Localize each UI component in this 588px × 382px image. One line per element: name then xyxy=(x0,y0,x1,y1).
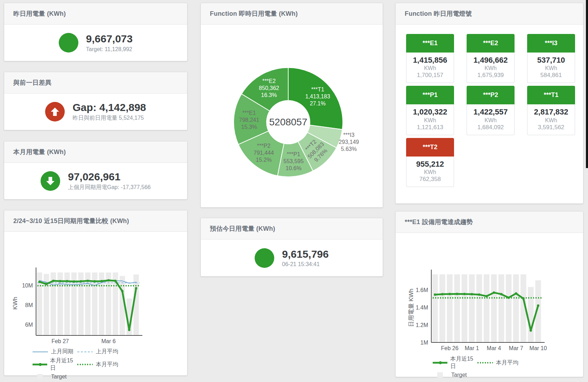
tile-value: 537,710 xyxy=(527,56,575,65)
data-point xyxy=(537,304,539,307)
chart-text: 10M xyxy=(22,283,33,289)
tile-body: 1,020,322KWh1,121,613 xyxy=(406,104,454,135)
card-header: ***E1 設備用電達成趨勢 xyxy=(396,211,583,233)
stat-text: 9,667,073 Target: 11,128,992 xyxy=(86,33,133,53)
data-point xyxy=(73,280,75,283)
stat-text: Gap: 4,142,898 昨日與前日用電量 5,524,175 xyxy=(72,102,146,122)
scrollbar-thumb[interactable] xyxy=(586,0,588,168)
legend-item[interactable]: 本月平均 xyxy=(77,361,118,368)
legend-item[interactable]: 上月平均 xyxy=(77,348,118,355)
tile-value: 1,020,322 xyxy=(406,107,454,117)
tile-unit: KWh xyxy=(527,65,575,71)
tile-label: ***E1 xyxy=(406,34,454,53)
legend-item[interactable]: 本月近15日 xyxy=(432,355,477,370)
data-point xyxy=(500,293,503,296)
chart-text: 6M xyxy=(25,322,33,328)
function-tile: ***I3537,710KWh584,861 xyxy=(527,34,575,83)
chart-body: 6M8M10MFeb 27Mar 6KWh 上月同期上月平均本月近15日本月平均… xyxy=(4,232,187,375)
chart-text: 1.6M xyxy=(416,287,428,293)
legend-item[interactable]: 上月同期 xyxy=(32,348,77,355)
tile-unit: KWh xyxy=(406,65,454,71)
target-swatch xyxy=(32,374,48,380)
data-point xyxy=(107,279,110,282)
data-point xyxy=(515,292,517,295)
tile-target: 1,684,092 xyxy=(467,124,514,131)
chart-text: Feb 27 xyxy=(51,338,69,344)
data-point xyxy=(463,293,466,295)
status-indicator-icon xyxy=(59,33,78,53)
data-point xyxy=(59,280,62,282)
chart-text: Mar 7 xyxy=(509,345,523,351)
e1-trend-line-chart: 1M1.2M1.4M1.6MFeb 26Mar 1Mar 4Mar 7Mar 1… xyxy=(396,233,583,352)
tile-body: 1,415,856KWh1,700,157 xyxy=(406,53,454,83)
target-bar xyxy=(513,275,519,342)
tile-body: 955,212KWh762,358 xyxy=(406,157,454,187)
status-indicator-icon xyxy=(41,171,60,191)
legend-item[interactable]: Target xyxy=(432,372,477,378)
tiles-body: ***E11,415,856KWh1,700,157***E21,496,662… xyxy=(396,25,583,203)
data-point xyxy=(87,280,89,282)
data-point xyxy=(486,295,488,298)
target-bar xyxy=(462,275,467,342)
chart-text: 8M xyxy=(25,302,33,308)
target-bar xyxy=(432,275,438,342)
card-title: 昨日用電量 (KWh) xyxy=(13,9,66,18)
data-point xyxy=(38,280,41,283)
data-point xyxy=(456,293,458,295)
stat-value: 9,667,073 xyxy=(86,33,133,45)
stat-subtitle: Target: 11,128,992 xyxy=(86,46,133,53)
chart-text: 5208057 xyxy=(269,117,307,127)
tile-value: 1,422,557 xyxy=(467,107,514,117)
function-tile: ***T2955,212KWh762,358 xyxy=(406,138,454,187)
legend-label: Target xyxy=(51,374,66,380)
stat-body: Gap: 4,142,898 昨日與前日用電量 5,524,175 xyxy=(4,93,187,130)
card-header: Function 昨日用電燈號 xyxy=(396,3,583,25)
data-point xyxy=(470,293,473,296)
card-title: 2/24~3/10 近15日同期用電量比較 (KWh) xyxy=(13,217,129,225)
chart-body: ***T11,413,18327.1%***I3293,1495.63%***T… xyxy=(201,25,383,207)
tile-value: 955,212 xyxy=(406,160,454,169)
chart-text: Mar 1 xyxy=(465,345,479,351)
data-point xyxy=(45,283,48,285)
tile-label: ***T1 xyxy=(527,86,575,104)
card-day-gap: 與前一日差異 Gap: 4,142,898 昨日與前日用電量 5,524,175 xyxy=(4,72,187,130)
tile-label: ***P1 xyxy=(406,86,454,104)
tile-value: 1,415,856 xyxy=(406,56,454,65)
chart-legend: 本月近15日本月平均Target xyxy=(432,355,583,378)
chart-text: 1M xyxy=(420,340,428,346)
tile-body: 1,496,662KWh1,675,939 xyxy=(467,53,515,83)
legend-row: 本月近15日本月平均 xyxy=(32,357,187,372)
card-today-estimate: 預估今日用電量 (KWh) 9,615,796 06-21 15:34:41 xyxy=(200,218,383,277)
stat-value: 97,026,961 xyxy=(68,171,151,183)
function-tile: ***P21,422,557KWh1,684,092 xyxy=(467,86,515,135)
chart-text: 1.2M xyxy=(416,322,428,328)
legend-row: Target xyxy=(32,374,187,380)
stat-text: 9,615,796 06-21 15:34:41 xyxy=(282,248,328,268)
chart-text: 日用電量 KWh xyxy=(408,289,415,327)
tile-unit: KWh xyxy=(467,117,514,124)
donut-slice-label: ***I3293,1495.63% xyxy=(339,132,359,152)
legend-label: 上月同期 xyxy=(51,348,73,355)
chart-text: Mar 6 xyxy=(101,338,116,344)
card-yesterday-usage: 昨日用電量 (KWh) 9,667,073 Target: 11,128,992 xyxy=(4,3,187,61)
card-title: Function 即時日用電量 (KWh) xyxy=(210,9,298,18)
card-month-usage: 本月用電量 (KWh) 97,026,961 上個月同期用電Gap: -17,3… xyxy=(4,141,187,200)
tile-target: 1,700,157 xyxy=(406,72,454,79)
data-point xyxy=(80,280,82,283)
tile-unit: KWh xyxy=(467,65,514,71)
stat-subtitle: 06-21 15:34:41 xyxy=(282,261,328,268)
legend-item[interactable]: Target xyxy=(32,374,77,380)
arrow-up-icon xyxy=(50,106,60,117)
line-swatch xyxy=(32,361,47,368)
target-bar xyxy=(498,275,504,342)
card-title: 預估今日用電量 (KWh) xyxy=(210,224,275,233)
data-point xyxy=(52,280,55,282)
stat-body: 9,615,796 06-21 15:34:41 xyxy=(201,239,383,276)
target-bar xyxy=(106,272,111,335)
tile-label: ***P2 xyxy=(467,86,515,104)
legend-label: 本月平均 xyxy=(96,361,118,368)
arrow-down-icon xyxy=(45,176,56,186)
legend-item[interactable]: 本月近15日 xyxy=(32,357,77,372)
legend-label: 本月平均 xyxy=(496,359,518,367)
legend-item[interactable]: 本月平均 xyxy=(477,359,518,367)
